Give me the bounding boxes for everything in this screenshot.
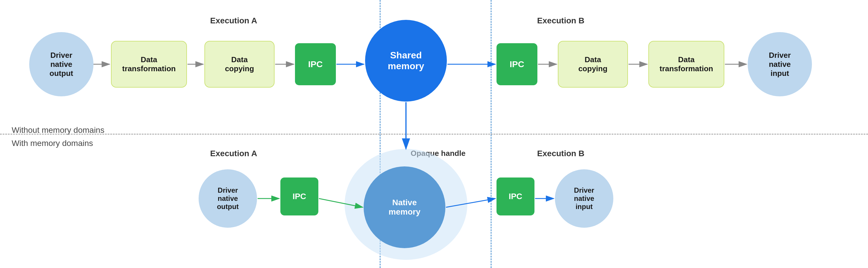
bottom-section-label: With memory domains [12, 139, 93, 148]
top-section-label: Without memory domains [12, 126, 104, 135]
diagram-container: Without memory domains With memory domai… [0, 0, 868, 268]
top-ipc2: IPC [496, 43, 537, 85]
divider-line [0, 134, 868, 135]
top-shared-memory: Sharedmemory [365, 20, 447, 102]
top-ipc1: IPC [295, 43, 336, 85]
bottom-driver-input: Drivernativeinput [555, 169, 613, 228]
top-data-transform2: Datatransformation [648, 41, 724, 88]
top-data-copying1: Datacopying [205, 41, 275, 88]
exec-b-bottom-label: Execution B [514, 149, 608, 158]
top-data-transform1: Datatransformation [111, 41, 187, 88]
bottom-native-memory: Nativememory [364, 166, 445, 248]
top-data-copying2: Datacopying [558, 41, 628, 88]
top-driver-output: Drivernativeoutput [29, 32, 93, 96]
exec-a-bottom-label: Execution A [187, 149, 280, 158]
bottom-ipc2: IPC [496, 177, 534, 215]
bottom-driver-output: Drivernativeoutput [198, 169, 257, 228]
exec-b-top-label: Execution B [514, 16, 608, 25]
exec-a-top-label: Execution A [187, 16, 280, 25]
top-driver-input: Drivernativeinput [748, 32, 812, 96]
bottom-ipc1: IPC [280, 177, 318, 215]
